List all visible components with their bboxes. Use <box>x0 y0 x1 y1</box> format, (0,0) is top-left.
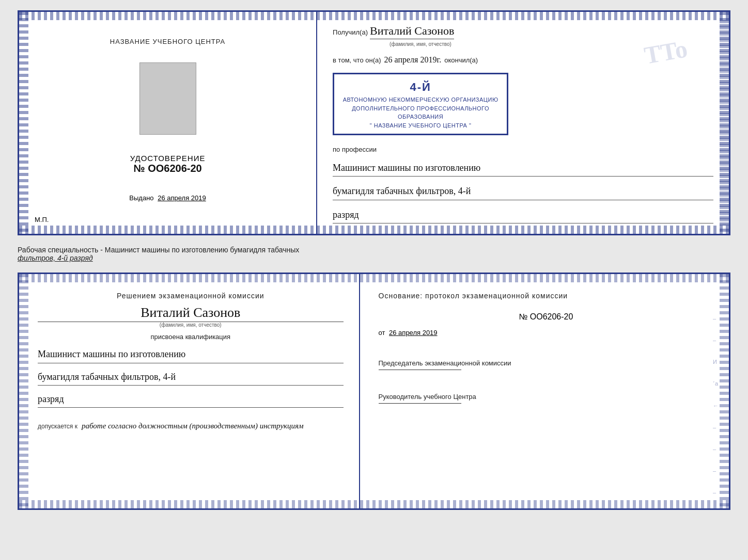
bottom-name-subtext: (фамилия, имя, отчество) <box>38 322 344 328</box>
bottom-qual-line1: Машинист машины по изготовлению <box>38 346 344 363</box>
head-block: Руководитель учебного Центра <box>379 386 713 404</box>
recipient-name: Виталий Сазонов <box>370 24 454 39</box>
from-prefix: от <box>379 329 385 337</box>
protocol-number: № OO6206-20 <box>379 312 713 322</box>
profession-line2: бумагидля табачных фильтров, 4-й <box>333 183 713 200</box>
bottom-person-name: Виталий Сазонов <box>38 305 344 322</box>
in-that-block: в том, что он(а) 26 апреля 2019г. окончи… <box>333 55 713 65</box>
bottom-person-block: Виталий Сазонов (фамилия, имя, отчество) <box>38 305 344 328</box>
assigned-text: присвоена квалификация <box>38 333 344 341</box>
name-subtext-top: (фамилия, имя, отчество) <box>333 41 713 47</box>
bottom-qual-line3: разряд <box>38 391 344 408</box>
right-side-indicators: – – И ʼа ← – – – – <box>713 315 719 495</box>
admission-block: допускается к работе согласно должностны… <box>38 421 344 430</box>
received-prefix: Получил(а) <box>333 28 368 36</box>
bottom-doc-right-panel: Основание: протокол экзаменационной коми… <box>360 274 729 508</box>
admission-label: допускается к <box>38 423 77 430</box>
head-title: Руководитель учебного Центра <box>379 393 713 401</box>
issued-date: 26 апреля 2019 <box>158 194 206 202</box>
top-doc-right-panel: Получил(а) Виталий Сазонов (фамилия, имя… <box>317 12 729 234</box>
mp-line: М.П. <box>35 216 49 223</box>
top-document: НАЗВАНИЕ УЧЕБНОГО ЦЕНТРА УДОСТОВЕРЕНИЕ №… <box>18 10 730 235</box>
stamp-line1: АВТОНОМНУЮ НЕКОММЕРЧЕСКУЮ ОРГАНИЗАЦИЮ <box>340 95 501 104</box>
issued-line: Выдано 26 апреля 2019 <box>129 194 206 202</box>
stamp-block: 4-й АВТОНОМНУЮ НЕКОММЕРЧЕСКУЮ ОРГАНИЗАЦИ… <box>333 73 508 135</box>
chair-block: Председатель экзаменационной комиссии <box>379 352 713 370</box>
middle-text-underlined: фильтров, 4-й разряд <box>18 254 93 262</box>
photo-placeholder <box>139 62 196 135</box>
head-sign-line <box>379 403 461 404</box>
profession-line3: разряд <box>333 206 713 223</box>
from-date-line: от 26 апреля 2019 <box>379 329 713 337</box>
side-decorative-bar-right <box>720 20 729 226</box>
bottom-qual-line2: бумагидля табачных фильтров, 4-й <box>38 369 344 386</box>
issued-label: Выдано <box>129 194 153 202</box>
cert-number: № OO6206-20 <box>130 163 206 174</box>
in-that-prefix: в том, что он(а) <box>333 56 381 64</box>
chair-title: Председатель экзаменационной комиссии <box>379 359 713 367</box>
bottom-document: Решением экзаменационной комиссии Витали… <box>18 273 730 510</box>
profession-label: по профессии <box>333 146 713 153</box>
cert-title-block: УДОСТОВЕРЕНИЕ № OO6206-20 <box>130 154 206 174</box>
chair-sign-line <box>379 370 461 370</box>
stamp-line3: " НАЗВАНИЕ УЧЕБНОГО ЦЕНТРА " <box>340 121 501 130</box>
stamp-line2: ДОПОЛНИТЕЛЬНОГО ПРОФЕССИОНАЛЬНОГО ОБРАЗО… <box>340 104 501 121</box>
top-doc-left-panel: НАЗВАНИЕ УЧЕБНОГО ЦЕНТРА УДОСТОВЕРЕНИЕ №… <box>19 12 317 234</box>
completion-date: 26 апреля 2019г. <box>384 55 442 65</box>
institution-title-top: НАЗВАНИЕ УЧЕБНОГО ЦЕНТРА <box>110 38 225 45</box>
stamp-number: 4-й <box>340 78 501 95</box>
decision-text: Решением экзаменационной комиссии <box>38 292 344 300</box>
from-date: 26 апреля 2019 <box>389 329 438 337</box>
middle-text-main: Рабочая специальность - Машинист машины … <box>18 246 299 254</box>
received-line: Получил(а) Виталий Сазонов (фамилия, имя… <box>333 24 713 47</box>
basis-text: Основание: протокол экзаменационной коми… <box>379 292 713 300</box>
middle-text-block: Рабочая специальность - Машинист машины … <box>18 244 730 264</box>
profession-line1: Машинист машины по изготовлению <box>333 159 713 177</box>
admission-text: работе согласно должностным (производств… <box>82 422 304 430</box>
cert-title-label: УДОСТОВЕРЕНИЕ <box>130 154 206 163</box>
bottom-doc-left-panel: Решением экзаменационной комиссии Витали… <box>19 274 360 508</box>
completed-suffix: окончил(а) <box>444 56 478 64</box>
